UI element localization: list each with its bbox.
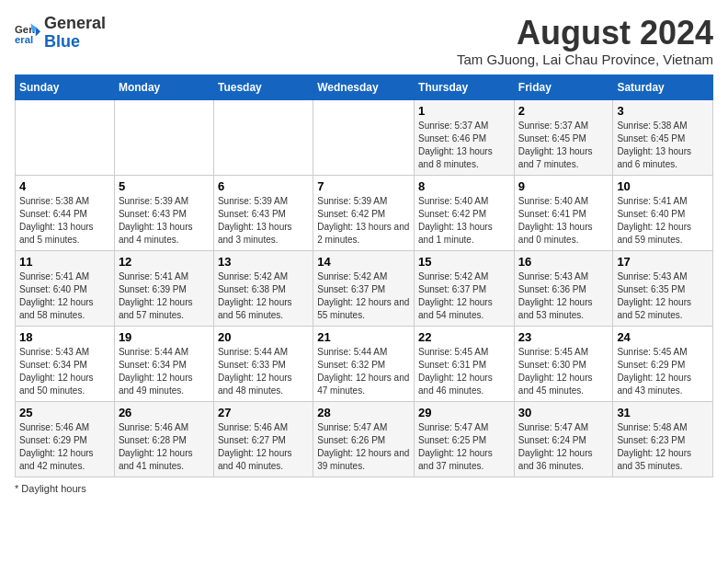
- day-number: 29: [418, 406, 510, 419]
- day-number: 21: [317, 330, 410, 344]
- header-day-tuesday: Tuesday: [213, 75, 313, 99]
- day-number: 6: [218, 179, 309, 193]
- header-day-thursday: Thursday: [415, 75, 515, 99]
- calendar-cell: [213, 99, 313, 175]
- calendar-table: SundayMondayTuesdayWednesdayThursdayFrid…: [15, 75, 713, 477]
- week-row-0: 1Sunrise: 5:37 AM Sunset: 6:46 PM Daylig…: [16, 99, 713, 175]
- calendar-cell: 17Sunrise: 5:43 AM Sunset: 6:35 PM Dayli…: [613, 250, 713, 326]
- day-number: 19: [119, 330, 210, 344]
- day-info: Sunrise: 5:39 AM Sunset: 6:43 PM Dayligh…: [119, 195, 210, 247]
- title-area: August 2024 Tam GJuong, Lai Chau Provinc…: [457, 15, 713, 67]
- header-day-saturday: Saturday: [613, 75, 713, 99]
- day-number: 20: [218, 330, 309, 344]
- calendar-cell: 23Sunrise: 5:45 AM Sunset: 6:30 PM Dayli…: [514, 326, 613, 401]
- day-number: 16: [518, 255, 609, 269]
- calendar-cell: 7Sunrise: 5:39 AM Sunset: 6:42 PM Daylig…: [313, 175, 415, 250]
- day-info: Sunrise: 5:41 AM Sunset: 6:39 PM Dayligh…: [119, 270, 210, 322]
- logo-blue-text: Blue: [44, 32, 80, 51]
- day-number: 30: [518, 406, 609, 419]
- calendar-body: 1Sunrise: 5:37 AM Sunset: 6:46 PM Daylig…: [16, 99, 713, 477]
- svg-text:eral: eral: [15, 33, 33, 44]
- day-info: Sunrise: 5:40 AM Sunset: 6:41 PM Dayligh…: [518, 195, 609, 247]
- day-number: 8: [418, 179, 510, 193]
- header-day-monday: Monday: [114, 75, 213, 99]
- header: Gen eral General Blue August 2024 Tam GJ…: [15, 15, 713, 67]
- day-number: 1: [418, 104, 510, 118]
- day-info: Sunrise: 5:44 AM Sunset: 6:32 PM Dayligh…: [317, 346, 410, 397]
- day-number: 25: [19, 406, 110, 419]
- location-title: Tam GJuong, Lai Chau Province, Vietnam: [457, 52, 713, 67]
- day-number: 10: [617, 179, 709, 193]
- calendar-cell: 9Sunrise: 5:40 AM Sunset: 6:41 PM Daylig…: [514, 175, 613, 250]
- logo-general-text: General: [44, 14, 106, 32]
- day-info: Sunrise: 5:39 AM Sunset: 6:43 PM Dayligh…: [218, 195, 309, 247]
- day-number: 5: [119, 179, 210, 193]
- day-info: Sunrise: 5:42 AM Sunset: 6:37 PM Dayligh…: [418, 270, 510, 322]
- day-info: Sunrise: 5:45 AM Sunset: 6:31 PM Dayligh…: [418, 346, 510, 397]
- day-info: Sunrise: 5:43 AM Sunset: 6:35 PM Dayligh…: [617, 270, 709, 322]
- day-number: 23: [518, 330, 609, 344]
- header-day-sunday: Sunday: [16, 75, 115, 99]
- logo: Gen eral General Blue: [15, 15, 106, 52]
- calendar-cell: 28Sunrise: 5:47 AM Sunset: 6:26 PM Dayli…: [313, 401, 415, 477]
- header-row: SundayMondayTuesdayWednesdayThursdayFrid…: [16, 75, 713, 99]
- calendar-cell: 6Sunrise: 5:39 AM Sunset: 6:43 PM Daylig…: [213, 175, 313, 250]
- month-title: August 2024: [457, 15, 713, 52]
- footer-note: * Daylight hours: [15, 483, 713, 494]
- calendar-cell: 13Sunrise: 5:42 AM Sunset: 6:38 PM Dayli…: [213, 250, 313, 326]
- day-info: Sunrise: 5:46 AM Sunset: 6:29 PM Dayligh…: [19, 421, 110, 473]
- day-number: 28: [317, 406, 410, 419]
- header-day-wednesday: Wednesday: [313, 75, 415, 99]
- day-number: 4: [19, 179, 110, 193]
- day-info: Sunrise: 5:38 AM Sunset: 6:45 PM Dayligh…: [617, 120, 709, 171]
- calendar-cell: 2Sunrise: 5:37 AM Sunset: 6:45 PM Daylig…: [514, 99, 613, 175]
- calendar-cell: 30Sunrise: 5:47 AM Sunset: 6:24 PM Dayli…: [514, 401, 613, 477]
- day-number: 22: [418, 330, 510, 344]
- day-info: Sunrise: 5:48 AM Sunset: 6:23 PM Dayligh…: [617, 421, 709, 473]
- calendar-cell: 16Sunrise: 5:43 AM Sunset: 6:36 PM Dayli…: [514, 250, 613, 326]
- day-info: Sunrise: 5:44 AM Sunset: 6:34 PM Dayligh…: [119, 346, 210, 397]
- day-info: Sunrise: 5:45 AM Sunset: 6:29 PM Dayligh…: [617, 346, 709, 397]
- week-row-4: 25Sunrise: 5:46 AM Sunset: 6:29 PM Dayli…: [16, 401, 713, 477]
- day-info: Sunrise: 5:46 AM Sunset: 6:28 PM Dayligh…: [119, 421, 210, 473]
- calendar-cell: 5Sunrise: 5:39 AM Sunset: 6:43 PM Daylig…: [114, 175, 213, 250]
- calendar-cell: 12Sunrise: 5:41 AM Sunset: 6:39 PM Dayli…: [114, 250, 213, 326]
- calendar-cell: [114, 99, 213, 175]
- day-number: 18: [19, 330, 110, 344]
- day-info: Sunrise: 5:41 AM Sunset: 6:40 PM Dayligh…: [19, 270, 110, 322]
- calendar-cell: 14Sunrise: 5:42 AM Sunset: 6:37 PM Dayli…: [313, 250, 415, 326]
- day-number: 3: [617, 104, 709, 118]
- week-row-2: 11Sunrise: 5:41 AM Sunset: 6:40 PM Dayli…: [16, 250, 713, 326]
- day-number: 24: [617, 330, 709, 344]
- day-info: Sunrise: 5:43 AM Sunset: 6:34 PM Dayligh…: [19, 346, 110, 397]
- day-info: Sunrise: 5:43 AM Sunset: 6:36 PM Dayligh…: [518, 270, 609, 322]
- day-info: Sunrise: 5:47 AM Sunset: 6:26 PM Dayligh…: [317, 421, 410, 473]
- logo-icon: Gen eral: [15, 20, 40, 46]
- calendar-cell: [313, 99, 415, 175]
- calendar-cell: 21Sunrise: 5:44 AM Sunset: 6:32 PM Dayli…: [313, 326, 415, 401]
- day-info: Sunrise: 5:37 AM Sunset: 6:45 PM Dayligh…: [518, 120, 609, 171]
- day-info: Sunrise: 5:40 AM Sunset: 6:42 PM Dayligh…: [418, 195, 510, 247]
- day-number: 9: [518, 179, 609, 193]
- day-info: Sunrise: 5:42 AM Sunset: 6:38 PM Dayligh…: [218, 270, 309, 322]
- day-info: Sunrise: 5:47 AM Sunset: 6:24 PM Dayligh…: [518, 421, 609, 473]
- day-info: Sunrise: 5:42 AM Sunset: 6:37 PM Dayligh…: [317, 270, 410, 322]
- day-number: 7: [317, 179, 410, 193]
- calendar-cell: 25Sunrise: 5:46 AM Sunset: 6:29 PM Dayli…: [16, 401, 115, 477]
- calendar-cell: 8Sunrise: 5:40 AM Sunset: 6:42 PM Daylig…: [415, 175, 515, 250]
- calendar-cell: 20Sunrise: 5:44 AM Sunset: 6:33 PM Dayli…: [213, 326, 313, 401]
- calendar-cell: 11Sunrise: 5:41 AM Sunset: 6:40 PM Dayli…: [16, 250, 115, 326]
- header-day-friday: Friday: [514, 75, 613, 99]
- day-number: 14: [317, 255, 410, 269]
- week-row-1: 4Sunrise: 5:38 AM Sunset: 6:44 PM Daylig…: [16, 175, 713, 250]
- calendar-cell: 27Sunrise: 5:46 AM Sunset: 6:27 PM Dayli…: [213, 401, 313, 477]
- day-number: 12: [119, 255, 210, 269]
- footer-text: Daylight hours: [21, 483, 85, 494]
- day-info: Sunrise: 5:37 AM Sunset: 6:46 PM Dayligh…: [418, 120, 510, 171]
- calendar-cell: 22Sunrise: 5:45 AM Sunset: 6:31 PM Dayli…: [415, 326, 515, 401]
- day-number: 11: [19, 255, 110, 269]
- day-info: Sunrise: 5:45 AM Sunset: 6:30 PM Dayligh…: [518, 346, 609, 397]
- calendar-cell: [16, 99, 115, 175]
- day-info: Sunrise: 5:46 AM Sunset: 6:27 PM Dayligh…: [218, 421, 309, 473]
- day-number: 27: [218, 406, 309, 419]
